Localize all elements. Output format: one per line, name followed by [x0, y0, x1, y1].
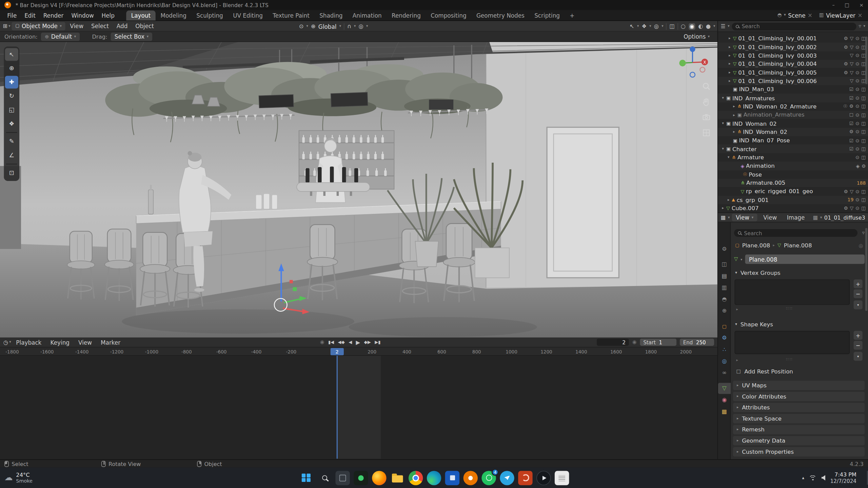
- unlink-scene-icon[interactable]: [808, 12, 812, 18]
- outliner-row[interactable]: Charcter: [718, 145, 868, 153]
- start-frame-field[interactable]: Start 1: [640, 339, 676, 346]
- powerpoint-icon[interactable]: [518, 471, 532, 485]
- dev-app-icon[interactable]: [354, 471, 368, 485]
- timeline-menu-marker[interactable]: Marker: [97, 338, 124, 347]
- proportional-edit-icon[interactable]: [359, 23, 363, 29]
- play-button[interactable]: [356, 340, 360, 345]
- shading-rendered-icon[interactable]: [706, 23, 711, 29]
- panel-texture-space[interactable]: Texture Space: [733, 414, 865, 423]
- eye-icon[interactable]: [855, 96, 860, 100]
- chevron-down-icon[interactable]: [354, 24, 356, 28]
- camera-icon[interactable]: [861, 96, 866, 100]
- breadcrumb-data[interactable]: Plane.008: [784, 242, 812, 248]
- outliner-row[interactable]: Animation: [718, 162, 868, 170]
- eye-icon[interactable]: [855, 121, 860, 126]
- tab-object[interactable]: ▢: [718, 321, 731, 332]
- eye-icon[interactable]: [855, 87, 860, 92]
- eye-icon[interactable]: [855, 206, 860, 211]
- item-label[interactable]: IND_Man_03: [739, 86, 774, 93]
- eye-icon[interactable]: [855, 146, 860, 151]
- timeline-menu-keying[interactable]: Keying: [46, 338, 73, 347]
- datablock-name-field[interactable]: Plane.008: [745, 255, 865, 264]
- shading-wireframe-icon[interactable]: [681, 23, 686, 29]
- vertex-groups-list[interactable]: [735, 279, 850, 305]
- item-label[interactable]: 01_01_Climbing_Ivy_00.002: [738, 44, 817, 50]
- tab-constraints[interactable]: ∞: [718, 367, 731, 379]
- tab-physics[interactable]: [718, 356, 731, 367]
- chevron-down-icon[interactable]: [864, 24, 865, 28]
- item-label[interactable]: Charcter: [732, 146, 757, 152]
- add-vertex-group-button[interactable]: +: [854, 279, 863, 288]
- menu-help[interactable]: Help: [98, 11, 118, 20]
- expand-icon[interactable]: [727, 37, 732, 40]
- timeline-menu-view[interactable]: View: [75, 338, 96, 347]
- tab-uv-editing[interactable]: UV Editing: [228, 10, 268, 20]
- panel-color-attributes[interactable]: Color Attributes: [733, 392, 865, 401]
- menu-window[interactable]: Window: [67, 11, 98, 20]
- outliner-row[interactable]: IND_Woman_02: [718, 128, 868, 136]
- cursor-tool[interactable]: [5, 62, 18, 75]
- expand-icon[interactable]: [736, 359, 738, 362]
- scene-selector[interactable]: Scene: [777, 12, 813, 19]
- exclude-checkbox-icon[interactable]: [849, 138, 853, 143]
- scale-tool[interactable]: [5, 103, 18, 116]
- exclude-checkbox-icon[interactable]: [849, 121, 853, 126]
- shading-solid-icon[interactable]: [688, 23, 695, 30]
- pan-hand-icon[interactable]: [702, 97, 711, 106]
- tab-modifiers[interactable]: [718, 332, 731, 344]
- playhead-line[interactable]: [337, 356, 338, 459]
- camera-icon[interactable]: [861, 189, 866, 194]
- outliner-row[interactable]: Pose: [718, 170, 868, 179]
- viewlayer-selector[interactable]: ViewLayer: [819, 12, 863, 19]
- xray-toggle-icon[interactable]: [669, 23, 674, 29]
- camera-icon[interactable]: [861, 129, 866, 134]
- shading-material-icon[interactable]: [698, 23, 703, 29]
- rotate-tool[interactable]: [5, 89, 18, 102]
- expand-icon[interactable]: [720, 206, 726, 210]
- eye-icon[interactable]: [855, 104, 860, 109]
- panel-attributes[interactable]: Attributes: [733, 403, 865, 412]
- notes-app-icon[interactable]: [555, 471, 569, 485]
- current-frame-field[interactable]: 2: [597, 339, 629, 346]
- panel-resize-grip[interactable]: [786, 307, 793, 311]
- tab-material[interactable]: ◉: [718, 394, 731, 406]
- select-box-tool[interactable]: [5, 48, 18, 61]
- collapse-icon[interactable]: [720, 122, 726, 125]
- hidden-icons-chevron-icon[interactable]: [802, 475, 805, 480]
- tab-compositing[interactable]: Compositing: [426, 10, 472, 20]
- wifi-icon[interactable]: [809, 475, 816, 481]
- chrome-icon[interactable]: [409, 471, 423, 485]
- tab-modeling[interactable]: Modeling: [156, 10, 192, 20]
- tab-shading[interactable]: Shading: [314, 10, 348, 20]
- menu-file[interactable]: File: [3, 11, 21, 20]
- eye-icon[interactable]: [855, 70, 860, 75]
- chevron-down-icon[interactable]: [713, 24, 715, 28]
- tab-render[interactable]: [718, 259, 731, 270]
- checkbox-icon[interactable]: [736, 369, 741, 374]
- expand-icon[interactable]: [726, 198, 731, 202]
- auto-key-icon[interactable]: [320, 340, 324, 345]
- selectability-icon[interactable]: [630, 23, 634, 29]
- item-label[interactable]: 01_01_Climbing_Ivy_00.005: [738, 69, 817, 76]
- eye-icon[interactable]: [855, 155, 860, 160]
- viewport-3d-scene[interactable]: [0, 42, 717, 338]
- annotate-tool[interactable]: [5, 135, 18, 148]
- expand-icon[interactable]: [731, 130, 737, 134]
- item-label[interactable]: IND_Woman_02_Armature: [743, 103, 816, 109]
- eye-icon[interactable]: [855, 36, 860, 41]
- expand-icon[interactable]: [727, 71, 732, 75]
- expand-icon[interactable]: [731, 113, 737, 117]
- tab-animation[interactable]: Animation: [348, 10, 387, 20]
- camera-icon[interactable]: [861, 206, 866, 211]
- item-label[interactable]: Armature: [737, 154, 764, 160]
- outliner-row[interactable]: rp_eric_rigged_001_geo: [718, 187, 868, 196]
- item-label[interactable]: 01_01_Climbing_Ivy_00.001: [738, 36, 817, 42]
- camera-icon[interactable]: [861, 87, 866, 92]
- outliner-row[interactable]: 01_01_Climbing_Ivy_00.003: [718, 51, 868, 60]
- ortho-grid-icon[interactable]: [702, 128, 711, 137]
- outliner-row[interactable]: 01_01_Climbing_Ivy_00.005: [718, 68, 868, 77]
- image-editor-icon[interactable]: [721, 215, 726, 220]
- chevron-down-icon[interactable]: [728, 216, 730, 219]
- chevron-down-icon[interactable]: [306, 24, 308, 28]
- exclude-checkbox-icon[interactable]: [849, 146, 853, 151]
